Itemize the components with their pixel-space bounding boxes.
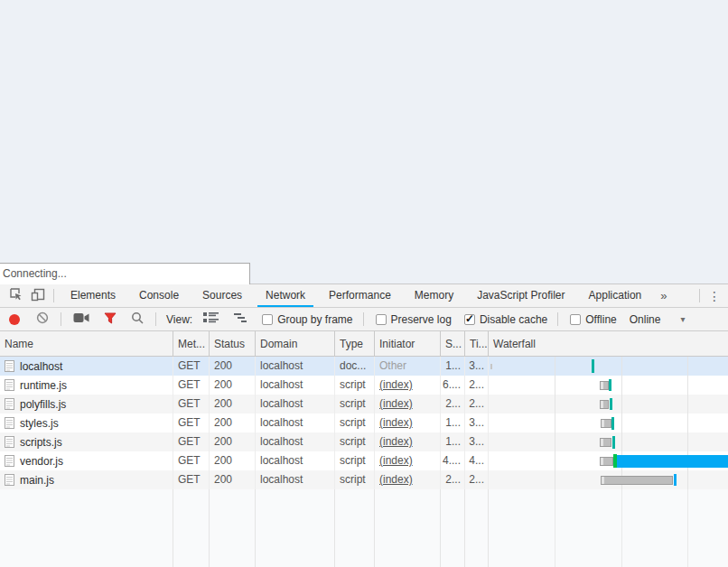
preserve-log-label[interactable]: Preserve log [391,313,452,326]
tab-memory[interactable]: Memory [403,284,465,307]
disable-cache-checkbox[interactable] [464,314,475,325]
document-icon [5,379,14,391]
initiator-cell: (index) [375,451,441,470]
waterfall-bar-gray [601,476,673,485]
waterfall-overview-icon [233,311,247,327]
inspect-element-button[interactable] [5,286,27,306]
initiator-link[interactable]: (index) [379,378,413,391]
filter-button[interactable] [104,312,117,327]
chevron-down-icon[interactable]: ▾ [680,314,685,324]
device-toolbar-button[interactable] [27,286,49,306]
more-tabs-button[interactable]: » [653,289,674,302]
status-bubble: Connecting... [0,263,250,284]
overview-toggle[interactable] [233,311,247,327]
disable-cache-label[interactable]: Disable cache [480,313,547,326]
column-header-met[interactable]: Met... [173,331,210,356]
capture-screenshots-button[interactable] [73,312,89,326]
waterfall-bar-teal [609,379,611,391]
column-header-waterfall[interactable]: Waterfall [489,331,728,356]
domain-cell: localhost [256,395,335,414]
request-row-vendor-js[interactable]: vendor.jsGET200localhostscript(index)4..… [0,451,728,470]
waterfall-cell [489,395,728,414]
type-cell: script [335,432,375,451]
tab-elements[interactable]: Elements [59,284,127,307]
type-cell: script [335,470,375,489]
tab-javascript-profiler[interactable]: JavaScript Profiler [465,284,576,307]
view-label: View: [166,313,192,326]
initiator-link[interactable]: (index) [379,397,413,410]
large-rows-toggle[interactable] [203,311,219,327]
filler-column [465,489,489,567]
throttling-select[interactable]: Online [630,313,661,326]
type-cell: script [335,376,375,395]
status-cell: 200 [210,376,256,395]
offline-checkbox[interactable] [570,314,581,325]
request-row-runtime-js[interactable]: runtime.jsGET200localhostscript(index)6.… [0,376,728,395]
waterfall-bar-teal [592,359,594,373]
domain-cell: localhost [256,357,335,376]
group-by-frame-checkbox[interactable] [262,314,273,325]
request-name-cell: localhost [0,357,173,376]
initiator-link[interactable]: (index) [379,454,413,467]
method-cell: GET [173,432,210,451]
tab-performance[interactable]: Performance [317,284,403,307]
toolbar-divider [155,312,156,326]
status-cell: 200 [210,395,256,414]
document-icon [5,455,14,467]
tab-strip: ElementsConsoleSourcesNetworkPerformance… [59,284,653,307]
size-cell: 2... [441,470,465,489]
waterfall-bar-blue [617,455,728,468]
group-by-frame-label[interactable]: Group by frame [277,313,352,326]
request-row-scripts-js[interactable]: scripts.jsGET200localhostscript(index)1.… [0,432,728,451]
devtools-panel: ElementsConsoleSourcesNetworkPerformance… [0,284,728,567]
document-icon [5,436,14,448]
request-row-styles-js[interactable]: styles.jsGET200localhostscript(index)1..… [0,414,728,432]
size-cell: 1... [441,357,465,376]
column-header-domain[interactable]: Domain [256,331,335,356]
record-button[interactable] [9,314,20,325]
chevron-double-right-icon: » [660,289,667,302]
method-cell: GET [173,395,210,414]
initiator-link[interactable]: (index) [379,435,413,448]
tab-console[interactable]: Console [127,284,191,307]
page-background [0,0,728,284]
waterfall-bar-teal [611,417,614,430]
filler-column [173,489,210,567]
request-row-polyfills-js[interactable]: polyfills.jsGET200localhostscript(index)… [0,395,728,414]
toolbar-divider [699,289,700,302]
domain-cell: localhost [256,470,335,489]
domain-cell: localhost [256,376,335,395]
offline-label[interactable]: Offline [585,313,616,326]
initiator-link[interactable]: (index) [379,473,413,486]
preserve-log-checkbox[interactable] [376,314,387,325]
time-cell: 3... [465,414,489,432]
column-header-type[interactable]: Type [335,331,375,356]
type-cell: script [335,414,375,432]
column-header-ti[interactable]: Ti... [465,331,489,356]
size-cell: 6.... [441,376,465,395]
status-cell: 200 [210,414,256,432]
request-row-main-js[interactable]: main.jsGET200localhostscript(index)2...2… [0,470,728,489]
waterfall-cell [489,470,728,489]
method-cell: GET [173,357,210,376]
column-header-s[interactable]: S... [441,331,465,356]
devtools-menu-button[interactable]: ⋮ [705,289,724,303]
tab-network[interactable]: Network [254,284,317,307]
initiator-link[interactable]: (index) [379,416,413,429]
kebab-menu-icon: ⋮ [708,289,721,303]
waterfall-bar-teal [612,436,615,449]
search-button[interactable] [131,311,144,327]
size-cell: 1... [441,414,465,432]
column-header-status[interactable]: Status [210,331,256,356]
tab-sources[interactable]: Sources [191,284,254,307]
time-cell: 3... [465,432,489,451]
tab-application[interactable]: Application [577,284,654,307]
domain-cell: localhost [256,432,335,451]
clear-button[interactable] [36,311,49,327]
column-header-name[interactable]: Name [0,331,173,356]
request-name-cell: polyfills.js [0,395,173,414]
search-icon [131,311,144,327]
column-header-initiator[interactable]: Initiator [375,331,441,356]
waterfall-cell [489,451,728,470]
request-row-localhost[interactable]: localhostGET200localhostdoc...Other1...3… [0,357,728,376]
